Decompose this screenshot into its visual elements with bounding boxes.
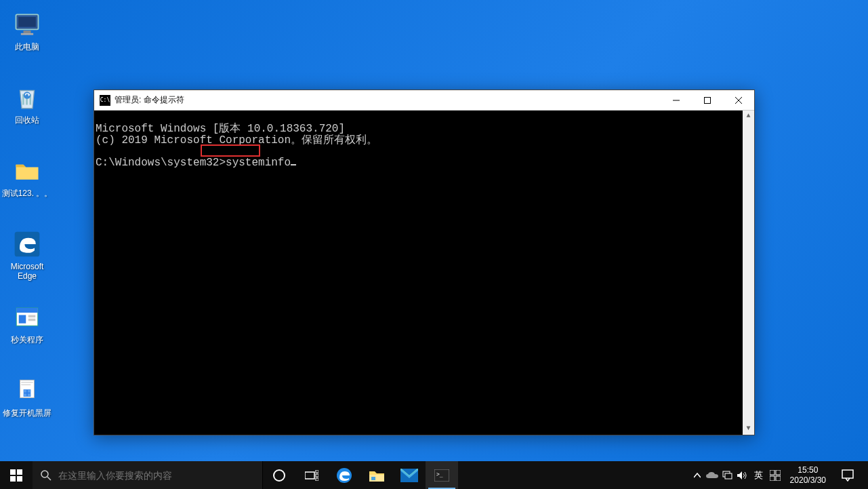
app-icon (11, 374, 43, 407)
svg-rect-45 (770, 476, 774, 481)
desktop-icon-recycle-bin[interactable]: 回收站 (1, 81, 53, 125)
terminal-line: (c) 2019 Microsoft Corporation。保留所有权利。 (96, 134, 377, 146)
notification-icon (842, 469, 854, 482)
svg-rect-33 (316, 474, 318, 477)
svg-rect-19 (28, 393, 30, 396)
svg-text:>_: >_ (436, 471, 443, 477)
window-controls (661, 90, 754, 111)
start-button[interactable] (0, 461, 33, 489)
svg-rect-16 (24, 389, 26, 392)
svg-rect-21 (705, 97, 711, 103)
tray-volume[interactable] (735, 462, 749, 489)
desktop-icon-label: 修复开机黑屏 (3, 408, 51, 418)
svg-rect-31 (305, 472, 314, 479)
svg-rect-26 (10, 476, 16, 482)
search-box[interactable] (33, 461, 263, 489)
tray-onedrive[interactable] (705, 462, 719, 489)
search-input[interactable] (58, 470, 254, 481)
taskbar-app-edge[interactable] (328, 461, 360, 489)
svg-rect-34 (316, 478, 318, 481)
show-desktop-button[interactable] (864, 461, 868, 489)
scroll-track[interactable] (743, 122, 754, 423)
cmd-icon: C:\ (100, 95, 110, 106)
svg-point-30 (274, 470, 285, 481)
svg-rect-24 (10, 469, 16, 475)
desktop-icon-label: 此电脑 (15, 42, 39, 52)
taskbar-app-explorer[interactable] (360, 461, 393, 489)
ime-indicator[interactable]: 英 (750, 469, 767, 482)
scroll-up-button[interactable]: ▲ (743, 111, 754, 122)
svg-rect-2 (24, 31, 31, 33)
svg-point-7 (24, 92, 31, 99)
desktop-icon-sec-close[interactable]: 秒关程序 (1, 301, 53, 345)
tray-chevron-up[interactable] (690, 462, 704, 489)
titlebar[interactable]: C:\ 管理员: 命令提示符 (94, 90, 754, 111)
svg-rect-42 (725, 473, 732, 479)
this-pc-icon (11, 8, 43, 41)
folder-icon (369, 468, 385, 483)
clock-time: 15:50 (798, 465, 818, 475)
desktop-icon-label: Microsoft Edge (1, 262, 53, 281)
desktop-icon-label: 秒关程序 (11, 335, 43, 345)
terminal-body[interactable]: Microsoft Windows [版本 10.0.18363.720] (c… (94, 111, 754, 435)
tray-ime-settings[interactable] (768, 462, 782, 489)
svg-rect-12 (28, 315, 36, 318)
clock-date: 2020/3/30 (790, 475, 826, 485)
clock[interactable]: 15:50 2020/3/30 (785, 461, 831, 489)
windows-icon (10, 469, 22, 482)
desktop-icon-this-pc[interactable]: 此电脑 (1, 8, 53, 52)
desktop-icon-edge[interactable]: Microsoft Edge (1, 228, 53, 281)
svg-rect-25 (17, 469, 22, 475)
edge-icon (335, 467, 353, 484)
svg-rect-43 (770, 470, 774, 475)
svg-point-28 (41, 471, 48, 477)
minimize-icon (673, 97, 680, 104)
task-view-button[interactable] (295, 461, 328, 489)
maximize-button[interactable] (692, 90, 723, 111)
taskbar-spacer (458, 461, 688, 489)
scroll-down-button[interactable]: ▼ (743, 423, 754, 435)
folder-icon (11, 155, 43, 187)
minimize-button[interactable] (661, 90, 692, 111)
svg-rect-27 (17, 476, 22, 482)
task-view-icon (305, 470, 318, 481)
terminal-prompt: C:\Windows\system32> (96, 157, 226, 169)
svg-rect-37 (371, 477, 375, 480)
taskbar-app-cmd[interactable]: >_ (426, 461, 458, 489)
taskbar-app-mail[interactable] (393, 461, 426, 489)
desktop-icon-label: 回收站 (15, 115, 39, 125)
volume-icon (737, 471, 747, 480)
notification-center[interactable] (831, 461, 864, 489)
maximize-icon (704, 97, 711, 104)
taskbar: >_ 英 15:50 2020/3/30 (0, 461, 868, 489)
cortana-button[interactable] (263, 461, 295, 489)
close-button[interactable] (723, 90, 754, 111)
desktop-icon-fix-boot[interactable]: 修复开机黑屏 (1, 374, 53, 418)
cloud-icon (706, 471, 718, 480)
terminal-command: systeminfo (226, 157, 291, 169)
close-icon (735, 97, 742, 104)
cmd-icon: >_ (434, 469, 449, 482)
svg-rect-47 (842, 470, 853, 478)
svg-rect-1 (18, 17, 36, 27)
tray-network[interactable] (720, 462, 734, 489)
scrollbar[interactable]: ▲ ▼ (743, 111, 754, 435)
highlight-annotation (201, 144, 260, 157)
cmd-window[interactable]: C:\ 管理员: 命令提示符 Microsoft Windows [版本 10.… (94, 90, 755, 435)
svg-rect-11 (19, 315, 26, 324)
desktop-icon-label: 测试123. 。。 (2, 189, 53, 198)
svg-rect-44 (776, 470, 781, 475)
search-icon (41, 470, 51, 481)
network-icon (722, 471, 732, 480)
mail-icon (400, 469, 418, 482)
taskbar-apps: >_ (263, 461, 458, 489)
recycle-bin-icon (11, 81, 43, 114)
system-tray: 英 (688, 461, 785, 489)
chevron-up-icon (694, 473, 701, 478)
ime-label: 英 (754, 469, 763, 482)
svg-rect-32 (316, 470, 318, 473)
svg-rect-18 (24, 393, 26, 396)
edge-icon (11, 228, 43, 260)
svg-rect-10 (16, 308, 38, 313)
desktop-icon-folder-test[interactable]: 测试123. 。。 (1, 155, 53, 198)
